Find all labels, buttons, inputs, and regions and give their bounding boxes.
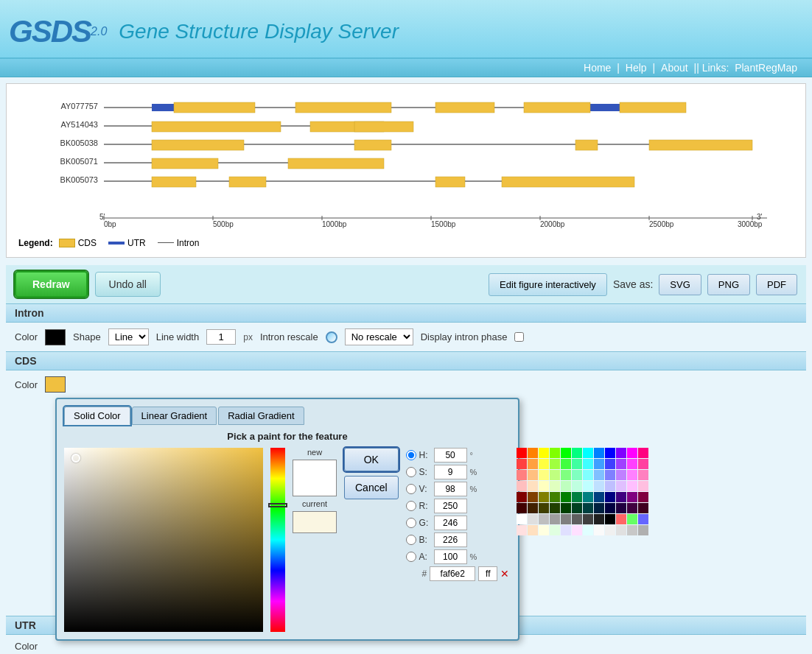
cp-v-radio[interactable] bbox=[406, 484, 416, 494]
save-png-button[interactable]: PNG bbox=[707, 274, 750, 295]
palette-color-cell[interactable] bbox=[627, 492, 637, 502]
palette-color-cell[interactable] bbox=[583, 481, 593, 491]
palette-color-cell[interactable] bbox=[517, 492, 527, 502]
palette-color-cell[interactable] bbox=[550, 470, 560, 480]
palette-color-cell[interactable] bbox=[594, 481, 604, 491]
palette-color-cell[interactable] bbox=[550, 459, 560, 469]
cp-b-radio[interactable] bbox=[406, 535, 416, 545]
cp-b-input[interactable] bbox=[434, 532, 467, 547]
palette-color-cell[interactable] bbox=[528, 525, 538, 535]
palette-color-cell[interactable] bbox=[539, 459, 549, 469]
cp-h-radio[interactable] bbox=[406, 450, 416, 460]
palette-color-cell[interactable] bbox=[572, 459, 582, 469]
palette-color-cell[interactable] bbox=[539, 514, 549, 524]
palette-color-cell[interactable] bbox=[583, 525, 593, 535]
palette-color-cell[interactable] bbox=[594, 525, 604, 535]
palette-color-cell[interactable] bbox=[550, 481, 560, 491]
palette-color-cell[interactable] bbox=[561, 448, 571, 458]
cp-tab-linear[interactable]: Linear Gradient bbox=[132, 407, 217, 425]
palette-color-cell[interactable] bbox=[528, 492, 538, 502]
cp-ok-button[interactable]: OK bbox=[344, 448, 399, 471]
save-pdf-button[interactable]: PDF bbox=[756, 274, 797, 295]
palette-color-cell[interactable] bbox=[583, 514, 593, 524]
palette-color-cell[interactable] bbox=[605, 470, 615, 480]
save-svg-button[interactable]: SVG bbox=[659, 274, 701, 295]
palette-color-cell[interactable] bbox=[517, 525, 527, 535]
palette-color-cell[interactable] bbox=[528, 470, 538, 480]
palette-color-cell[interactable] bbox=[572, 492, 582, 502]
palette-color-cell[interactable] bbox=[627, 459, 637, 469]
palette-color-cell[interactable] bbox=[539, 448, 549, 458]
cp-g-radio[interactable] bbox=[406, 518, 416, 528]
palette-color-cell[interactable] bbox=[616, 503, 626, 513]
palette-color-cell[interactable] bbox=[638, 448, 648, 458]
palette-color-cell[interactable] bbox=[638, 459, 648, 469]
palette-color-cell[interactable] bbox=[627, 514, 637, 524]
palette-color-cell[interactable] bbox=[561, 459, 571, 469]
intron-shape-select[interactable]: Line bbox=[108, 328, 149, 345]
undo-button[interactable]: Undo all bbox=[95, 272, 161, 297]
nav-about[interactable]: About bbox=[661, 62, 688, 74]
palette-color-cell[interactable] bbox=[517, 470, 527, 480]
palette-color-cell[interactable] bbox=[616, 492, 626, 502]
palette-color-cell[interactable] bbox=[528, 514, 538, 524]
palette-color-cell[interactable] bbox=[583, 503, 593, 513]
palette-color-cell[interactable] bbox=[616, 459, 626, 469]
cp-r-radio[interactable] bbox=[406, 501, 416, 511]
palette-color-cell[interactable] bbox=[638, 503, 648, 513]
cp-r-input[interactable] bbox=[434, 499, 467, 513]
palette-color-cell[interactable] bbox=[517, 503, 527, 513]
palette-color-cell[interactable] bbox=[616, 514, 626, 524]
palette-color-cell[interactable] bbox=[517, 448, 527, 458]
cp-cancel-button[interactable]: Cancel bbox=[344, 476, 399, 499]
palette-color-cell[interactable] bbox=[605, 514, 615, 524]
palette-color-cell[interactable] bbox=[583, 459, 593, 469]
palette-color-cell[interactable] bbox=[627, 470, 637, 480]
cds-color-swatch[interactable] bbox=[45, 376, 66, 393]
cp-a-input[interactable] bbox=[434, 549, 467, 564]
palette-color-cell[interactable] bbox=[594, 459, 604, 469]
palette-color-cell[interactable] bbox=[616, 481, 626, 491]
palette-color-cell[interactable] bbox=[561, 503, 571, 513]
redraw-button[interactable]: Redraw bbox=[15, 271, 88, 298]
palette-color-cell[interactable] bbox=[605, 481, 615, 491]
palette-color-cell[interactable] bbox=[638, 481, 648, 491]
palette-color-cell[interactable] bbox=[572, 448, 582, 458]
palette-color-cell[interactable] bbox=[616, 448, 626, 458]
palette-color-cell[interactable] bbox=[517, 514, 527, 524]
cp-hex-clear-icon[interactable]: ✕ bbox=[500, 568, 509, 580]
palette-color-cell[interactable] bbox=[539, 481, 549, 491]
intron-rescale-select[interactable]: No rescale bbox=[345, 328, 413, 345]
cp-s-radio[interactable] bbox=[406, 467, 416, 477]
palette-color-cell[interactable] bbox=[627, 503, 637, 513]
intron-phase-checkbox[interactable] bbox=[514, 332, 524, 342]
palette-color-cell[interactable] bbox=[605, 503, 615, 513]
palette-color-cell[interactable] bbox=[561, 492, 571, 502]
palette-color-cell[interactable] bbox=[517, 481, 527, 491]
palette-color-cell[interactable] bbox=[594, 514, 604, 524]
palette-color-cell[interactable] bbox=[528, 448, 538, 458]
palette-color-cell[interactable] bbox=[550, 525, 560, 535]
palette-color-cell[interactable] bbox=[539, 503, 549, 513]
intron-color-swatch[interactable] bbox=[45, 329, 66, 345]
palette-color-cell[interactable] bbox=[561, 470, 571, 480]
cp-hue-slider[interactable] bbox=[270, 448, 285, 632]
palette-color-cell[interactable] bbox=[550, 448, 560, 458]
palette-color-cell[interactable] bbox=[638, 470, 648, 480]
palette-color-cell[interactable] bbox=[528, 459, 538, 469]
palette-color-cell[interactable] bbox=[572, 503, 582, 513]
cp-hex-input[interactable] bbox=[430, 566, 475, 581]
palette-color-cell[interactable] bbox=[561, 525, 571, 535]
nav-plantregmap[interactable]: PlantRegMap bbox=[735, 62, 797, 74]
palette-color-cell[interactable] bbox=[594, 448, 604, 458]
palette-color-cell[interactable] bbox=[583, 448, 593, 458]
palette-color-cell[interactable] bbox=[583, 492, 593, 502]
cp-s-input[interactable] bbox=[434, 465, 467, 479]
nav-help[interactable]: Help bbox=[626, 62, 647, 74]
palette-color-cell[interactable] bbox=[616, 470, 626, 480]
palette-color-cell[interactable] bbox=[605, 525, 615, 535]
cp-h-input[interactable] bbox=[434, 448, 467, 463]
palette-color-cell[interactable] bbox=[594, 470, 604, 480]
palette-color-cell[interactable] bbox=[517, 459, 527, 469]
cp-g-input[interactable] bbox=[434, 516, 467, 530]
